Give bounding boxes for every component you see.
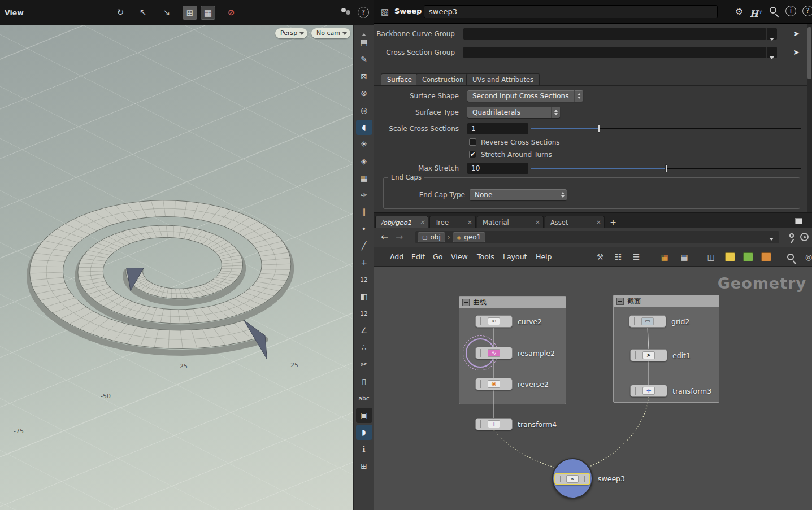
brush-icon[interactable]: ✑ [356,188,372,203]
gear-icon[interactable]: ⚙ [732,5,746,19]
layout-grid-outline-icon[interactable]: ▦ [678,251,691,263]
help-icon[interactable]: ? [802,6,812,16]
list-view-icon[interactable]: ☰ [629,251,643,263]
node-name-input[interactable]: sweep3 [424,5,718,18]
menu-view[interactable]: View [448,247,471,267]
surface-shape-dropdown[interactable]: Second Input Cross Sections [467,90,583,102]
backbone-group-input[interactable] [463,28,766,40]
menu-go[interactable]: Go [429,247,446,267]
find-node-icon[interactable] [787,254,794,260]
menu-layout[interactable]: Layout [500,247,531,267]
grid-display-icon[interactable]: ⊞ [356,459,372,474]
tumble-view-icon[interactable]: ↻ [113,6,128,20]
node-tile[interactable]: ∿ [475,347,513,359]
path-dropdown[interactable] [766,232,777,243]
surface-type-dropdown[interactable]: Quadrilaterals [467,107,560,118]
houdini-badge-icon[interactable]: H+ [749,5,763,19]
snap-options-toggle[interactable]: ⊞ [183,6,197,20]
menu-help[interactable]: Help [532,247,555,267]
text-abc-icon[interactable]: abc [356,391,372,406]
lock-handle-icon[interactable]: ⊠ [356,69,372,84]
info-icon[interactable]: i [785,6,796,16]
interrupt-cook-icon[interactable]: ⊘ [224,6,238,20]
pin-handle-icon[interactable]: + [356,255,372,271]
node-tile[interactable]: ✛ [475,418,513,430]
max-stretch-slider[interactable] [531,163,801,174]
camera-select-menu[interactable]: No cam [311,28,350,38]
node-reverse2[interactable]: ◉ reverse2 [475,378,549,390]
select-tool-icon[interactable]: ↖ [136,6,150,20]
pane-tab-asset-browser[interactable]: Asset Browser× [545,216,605,229]
pin-pane-icon[interactable] [789,233,794,238]
multi-user-icon[interactable] [340,8,353,18]
comb-icon[interactable]: ∥ [356,204,372,220]
headlight-icon[interactable]: ☀ [356,137,372,152]
cut-knife-icon[interactable]: ✂ [356,357,372,372]
breadcrumb[interactable]: ▢obj › ◈geo1 [415,231,779,243]
display-flag-icon[interactable]: ◎ [802,251,812,263]
node-sweep3[interactable]: ⌁ sweep3 [552,458,625,499]
objects-visibility-icon[interactable]: ▦ [356,171,372,186]
pane-tab-material-palette[interactable]: Material Palette× [477,216,544,229]
node-tile[interactable]: ➤ [630,349,667,361]
spinner-icon[interactable] [558,189,567,200]
menu-add[interactable]: Add [387,247,407,267]
snap-ring-icon[interactable]: ◎ [356,103,372,118]
camera-view-toggle[interactable]: ▦ [201,6,215,20]
pane-snapshot-icon[interactable]: ▤ [356,35,372,50]
node-edit1[interactable]: ➤ edit1 [630,349,691,361]
back-arrow-icon[interactable]: ← [381,232,388,242]
view-menu[interactable]: View [5,0,24,25]
tab-construction[interactable]: Construction [416,73,470,85]
radial-menu-icon[interactable] [800,233,809,241]
ruler-icon[interactable]: ∠ [356,323,372,338]
background-image-icon[interactable]: ▣ [356,408,372,423]
menu-tools[interactable]: Tools [474,247,498,267]
tab-surface[interactable]: Surface [381,73,418,85]
tube-primitive-icon[interactable]: ▯ [356,374,372,389]
collapse-box-icon[interactable] [462,299,470,306]
shade-mode-icon[interactable]: ◗ [356,425,372,440]
strip-scroll-up[interactable] [354,25,374,33]
select-group-arrow-icon[interactable]: ➤ [793,47,800,58]
vertex-count-icon[interactable]: 12 [356,306,372,321]
node-tile[interactable]: ⌁ [554,473,590,485]
point-display-icon[interactable]: • [356,221,372,237]
breadcrumb-obj[interactable]: ▢obj [418,232,445,242]
node-tile[interactable]: ✛ [630,385,667,397]
network-box-header[interactable]: 曲线 [459,297,566,308]
slider-handle[interactable] [598,125,600,133]
new-tab-button[interactable]: + [608,217,618,227]
current-node-ring-icon[interactable]: ⌁ [552,458,593,499]
menu-edit[interactable]: Edit [408,247,428,267]
parameter-scrollbar[interactable] [807,24,812,212]
node-curve2[interactable]: ≈ curve2 [475,315,542,328]
material-icon[interactable] [761,252,771,261]
pane-tab-tree-view[interactable]: Tree View× [429,216,476,229]
node-transform4[interactable]: ✛ transform4 [475,418,557,430]
world-axes-icon[interactable]: ◈ [356,154,372,169]
pane-maximize-icon[interactable] [795,218,802,224]
node-resample2[interactable]: ∿ resample2 [475,347,555,359]
max-stretch-input[interactable]: 10 [467,163,528,174]
forward-arrow-icon[interactable]: → [396,232,403,242]
fill-display-icon[interactable]: ◧ [356,289,372,304]
shade-smooth-icon[interactable]: ◖ [356,120,372,135]
scatter-points-icon[interactable]: ∴ [356,340,372,355]
node-transform3[interactable]: ✛ transform3 [630,385,711,397]
end-cap-type-dropdown[interactable]: None [470,189,567,200]
select-group-arrow-icon[interactable]: ➤ [793,28,800,40]
network-box-header[interactable]: 截面 [614,295,719,307]
point-count-icon[interactable]: 12 [356,272,372,287]
handles-tool-icon[interactable]: ↘ [159,6,174,20]
persp-view-menu[interactable]: Persp [275,28,307,38]
split-view-icon[interactable]: ◫ [704,251,718,263]
draw-curve-icon[interactable]: ╱ [356,238,372,254]
background-image-icon[interactable] [743,252,753,261]
tools-icon[interactable]: ⚒ [593,251,607,263]
close-icon[interactable]: × [467,216,472,229]
cross-section-group-input[interactable] [463,47,766,58]
network-tree-icon[interactable]: ☷ [611,251,625,263]
scene-viewport[interactable]: -75 -50 -25 25 Persp No cam [0,25,353,510]
spinner-icon[interactable] [574,90,583,102]
